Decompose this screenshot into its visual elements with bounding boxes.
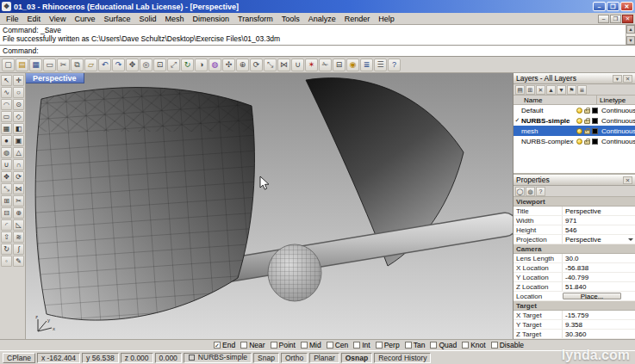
layer-lock-icon[interactable] bbox=[584, 130, 590, 134]
checkbox-box[interactable] bbox=[327, 342, 333, 349]
planar-toggle[interactable]: Planar bbox=[309, 353, 339, 363]
explode-icon[interactable]: ✶ bbox=[305, 59, 318, 71]
viewport-title[interactable]: Perspective bbox=[26, 73, 84, 83]
layers-icon[interactable]: ≣ bbox=[360, 59, 373, 71]
filter-icon[interactable]: ⚑ bbox=[567, 85, 576, 95]
rotate-object-icon[interactable]: ⟳ bbox=[250, 59, 263, 71]
ortho-toggle[interactable]: Ortho bbox=[281, 353, 308, 363]
osnap-tan-checkbox[interactable]: Tan bbox=[405, 341, 426, 349]
trim-icon[interactable]: ✁ bbox=[319, 59, 332, 71]
property-value[interactable]: 546 bbox=[562, 225, 635, 234]
zoom-window-icon[interactable]: ⊡ bbox=[153, 59, 166, 71]
layer-row[interactable]: NURBS-complex Continuous bbox=[514, 136, 635, 146]
rectangle-icon[interactable]: ▭ bbox=[1, 111, 12, 122]
property-value[interactable]: 971 bbox=[562, 216, 635, 225]
scale-object-icon[interactable]: ⤡ bbox=[1, 183, 12, 194]
layer-current-check[interactable]: ✓ bbox=[514, 117, 521, 124]
property-value[interactable]: 30.0 bbox=[562, 254, 635, 262]
checkbox-box[interactable] bbox=[353, 342, 360, 349]
menu-item[interactable]: Help bbox=[374, 14, 399, 24]
layer-name[interactable]: Default bbox=[521, 107, 576, 114]
cplane-button[interactable]: CPlane bbox=[3, 353, 35, 363]
layer-name[interactable]: NURBS-simple bbox=[521, 117, 576, 125]
pointer-icon[interactable]: ↖ bbox=[1, 75, 12, 86]
checkbox-box[interactable]: ✓ bbox=[214, 342, 221, 349]
column-linetype[interactable]: Linetype bbox=[597, 96, 635, 104]
layers-close-icon[interactable]: ✕ bbox=[623, 75, 632, 83]
delete-layer-icon[interactable]: ✕ bbox=[536, 85, 545, 95]
menu-item[interactable]: Tools bbox=[277, 14, 304, 24]
copy-icon[interactable]: ⧉ bbox=[71, 59, 84, 71]
menu-item[interactable]: Edit bbox=[23, 14, 46, 24]
property-value[interactable]: -56.838 bbox=[562, 263, 635, 272]
sphere-icon[interactable]: ● bbox=[1, 135, 12, 146]
menu-item[interactable]: Transform bbox=[233, 14, 277, 24]
layers-menu-icon[interactable]: ▾ bbox=[613, 75, 622, 83]
osnap-cen-checkbox[interactable]: Cen bbox=[327, 341, 349, 349]
property-value[interactable]: -15.759 bbox=[562, 311, 635, 319]
revolve-icon[interactable]: ↻ bbox=[1, 244, 12, 255]
checkbox-box[interactable] bbox=[430, 342, 437, 349]
layer-row[interactable]: Default Continuous bbox=[514, 105, 635, 115]
property-value[interactable]: Perspective bbox=[562, 235, 635, 244]
material-icon[interactable]: ◍ bbox=[526, 187, 535, 196]
osnap-quad-checkbox[interactable]: Quad bbox=[430, 341, 457, 349]
polygon-icon[interactable]: ◇ bbox=[13, 111, 24, 122]
surface-icon[interactable]: ▦ bbox=[1, 123, 12, 134]
layer-lock-icon[interactable] bbox=[584, 120, 590, 124]
menu-item[interactable]: Analyze bbox=[304, 14, 340, 24]
osnap-toggle[interactable]: Osnap bbox=[341, 353, 372, 363]
zoom-dynamic-icon[interactable]: ◎ bbox=[140, 59, 153, 71]
boolean-union-icon[interactable]: ∪ bbox=[1, 159, 12, 170]
property-value[interactable]: -40.799 bbox=[562, 273, 635, 281]
menu-item[interactable]: Mesh bbox=[160, 14, 188, 24]
properties-icon[interactable]: ☰ bbox=[374, 59, 387, 71]
copy-object-icon[interactable]: ⊕ bbox=[236, 59, 249, 71]
layer-row[interactable]: mesh Continuous bbox=[514, 126, 635, 136]
command-input[interactable]: Command: bbox=[0, 46, 635, 57]
annotate-icon[interactable]: ✎ bbox=[13, 256, 24, 267]
menu-item[interactable]: File bbox=[2, 14, 23, 24]
layer-visibility-icon[interactable] bbox=[576, 128, 582, 134]
scroll-up-icon[interactable]: ▲ bbox=[626, 25, 635, 34]
loft-icon[interactable]: ≋ bbox=[13, 231, 24, 243]
zoom-extents-icon[interactable]: ⤢ bbox=[167, 59, 180, 71]
help-icon[interactable]: ? bbox=[388, 59, 401, 71]
child-minimize-button[interactable]: – bbox=[598, 15, 609, 23]
current-layer-chip[interactable]: NURBS-simple bbox=[184, 353, 252, 363]
checkbox-box[interactable] bbox=[405, 342, 412, 349]
layer-color-swatch[interactable] bbox=[592, 108, 598, 114]
layer-color-swatch[interactable] bbox=[592, 139, 598, 145]
command-history[interactable]: Command: _Save File successfully written… bbox=[0, 25, 635, 46]
viewport-perspective[interactable]: x y z Perspective bbox=[26, 73, 514, 339]
layer-linetype[interactable]: Continuous bbox=[599, 117, 635, 125]
render-icon[interactable]: ◍ bbox=[209, 59, 221, 71]
checkbox-box[interactable] bbox=[462, 342, 469, 349]
osnap-disable-checkbox[interactable]: Disable bbox=[491, 341, 524, 349]
osnap-end-checkbox[interactable]: ✓ End bbox=[214, 341, 235, 349]
save-icon[interactable]: ▦ bbox=[29, 59, 42, 71]
command-history-scrollbar[interactable]: ▲ ▼ bbox=[626, 25, 635, 45]
layer-visibility-icon[interactable] bbox=[576, 118, 582, 124]
circle-icon[interactable]: ○ bbox=[13, 87, 24, 98]
layer-linetype[interactable]: Continuous bbox=[599, 107, 635, 114]
split-icon[interactable]: ⊟ bbox=[333, 59, 346, 71]
move-up-icon[interactable]: ▲ bbox=[546, 85, 556, 95]
column-name[interactable]: Name bbox=[514, 96, 597, 104]
property-value[interactable]: 30.360 bbox=[562, 330, 635, 338]
osnap-knot-checkbox[interactable]: Knot bbox=[462, 341, 486, 349]
menu-item[interactable]: Dimension bbox=[188, 14, 233, 24]
properties-close-icon[interactable]: ✕ bbox=[623, 176, 632, 184]
ellipse-icon[interactable]: ⊙ bbox=[13, 99, 24, 110]
cone-icon[interactable]: △ bbox=[13, 147, 24, 158]
layer-tools-icon[interactable]: ≣ bbox=[577, 85, 587, 95]
cut-icon[interactable]: ✂ bbox=[57, 59, 70, 71]
layer-name[interactable]: NURBS-complex bbox=[521, 138, 576, 145]
pan-icon[interactable]: ✥ bbox=[126, 59, 139, 71]
child-close-button[interactable]: ✕ bbox=[622, 15, 633, 23]
layer-row[interactable]: ✓ NURBS-simple Continuous bbox=[514, 115, 635, 126]
close-button[interactable]: ✕ bbox=[620, 2, 633, 11]
layer-color-swatch[interactable] bbox=[592, 128, 598, 134]
layer-lock-icon[interactable] bbox=[584, 109, 590, 114]
paste-icon[interactable]: ▱ bbox=[84, 59, 97, 71]
